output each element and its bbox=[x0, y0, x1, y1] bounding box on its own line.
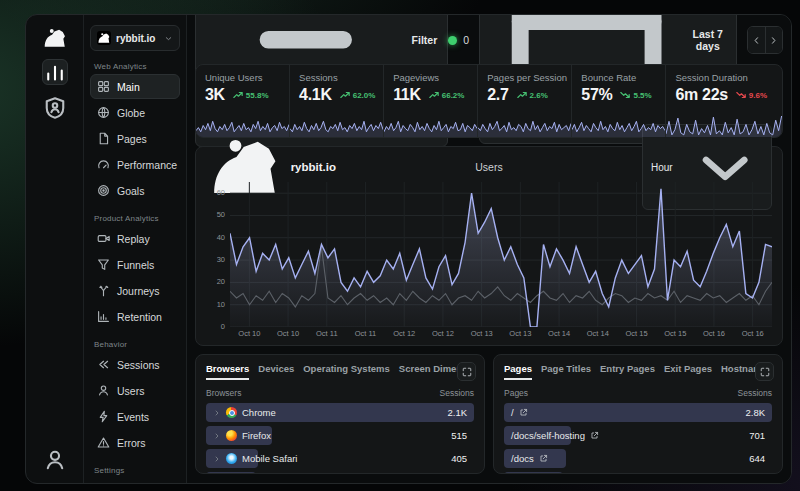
workspace-selector[interactable]: rybbit.io bbox=[90, 25, 180, 51]
table-row[interactable]: /docs644 bbox=[504, 449, 772, 468]
stat-card-pageviews[interactable]: Pageviews11K66.2% bbox=[383, 65, 477, 137]
rail-analytics-icon[interactable] bbox=[42, 59, 68, 85]
sidebar-item-pages[interactable]: Pages bbox=[90, 126, 180, 151]
sidebar-item-sessions[interactable]: Sessions bbox=[90, 352, 180, 377]
sidebar-item-errors[interactable]: Errors bbox=[90, 430, 180, 455]
row-value: 701 bbox=[749, 430, 765, 441]
table-row[interactable]: /2.8K bbox=[504, 403, 772, 422]
external-link-icon[interactable] bbox=[519, 408, 528, 417]
sidebar-item-journeys[interactable]: Journeys bbox=[90, 278, 180, 303]
chevron-right-icon bbox=[213, 409, 221, 417]
rybbit-logo-icon bbox=[42, 27, 68, 49]
x-tick-label: Oct 12 bbox=[424, 329, 463, 338]
row-label: /docs/self-hosting bbox=[511, 430, 585, 441]
stats-row: Unique Users3K55.8%Sessions4.1K62.0%Page… bbox=[195, 64, 783, 138]
table-row[interactable]: Chrome2.1K bbox=[206, 403, 474, 422]
expand-panel-button[interactable] bbox=[457, 362, 476, 381]
row-value: 2.1K bbox=[447, 407, 467, 418]
sidebar-item-users[interactable]: Users bbox=[90, 378, 180, 403]
bottom-panels: BrowsersDevicesOperating SystemsScreen D… bbox=[195, 354, 783, 474]
expand-panel-button[interactable] bbox=[755, 362, 774, 381]
chevron-right-icon bbox=[768, 35, 779, 46]
chevron-right-icon bbox=[213, 455, 221, 463]
online-dot-icon bbox=[448, 36, 457, 45]
table-row[interactable]: Mobile Chrome393 bbox=[206, 472, 474, 474]
sidebar-item-retention[interactable]: Retention bbox=[90, 304, 180, 329]
stat-card-bounce-rate[interactable]: Bounce Rate57%5.5% bbox=[571, 65, 665, 137]
sidebar-item-globe[interactable]: Globe bbox=[90, 100, 180, 125]
stat-label: Session Duration bbox=[675, 72, 773, 83]
tab-devices[interactable]: Devices bbox=[258, 363, 294, 378]
row-value: 2.8K bbox=[745, 407, 765, 418]
expand-icon bbox=[760, 367, 770, 377]
main-content: Filter 0 Last 7 days bbox=[186, 15, 791, 483]
rewind-icon bbox=[97, 358, 110, 371]
next-period-button[interactable] bbox=[765, 27, 782, 53]
table-row[interactable]: /pricing614 bbox=[504, 472, 772, 474]
sidebar-item-site-settings[interactable]: Site Settings bbox=[90, 478, 180, 483]
globe-icon bbox=[97, 106, 110, 119]
workspace-favicon-icon bbox=[97, 31, 111, 45]
sidebar-item-replay[interactable]: Replay bbox=[90, 226, 180, 251]
chart-plot bbox=[230, 182, 772, 327]
tab-entry-pages[interactable]: Entry Pages bbox=[600, 363, 655, 378]
period-pager bbox=[747, 26, 783, 54]
trend-up-icon bbox=[340, 90, 350, 100]
row-value: 515 bbox=[451, 430, 467, 441]
sidebar-item-label: Users bbox=[117, 385, 144, 397]
sidebar-item-performance[interactable]: Performance bbox=[90, 152, 180, 177]
stat-card-session-duration[interactable]: Session Duration6m 22s9.6% bbox=[665, 65, 782, 137]
main-chart-card: rybbit.io Users Hour 0102030405060 Oct 1… bbox=[195, 146, 783, 346]
sidebar-item-label: Sessions bbox=[117, 359, 160, 371]
sidebar-item-main[interactable]: Main bbox=[90, 74, 180, 99]
x-axis: Oct 10Oct 10Oct 11Oct 11Oct 12Oct 12Oct … bbox=[230, 327, 772, 340]
sidebar-item-goals[interactable]: Goals bbox=[90, 178, 180, 203]
safari-icon bbox=[226, 453, 237, 464]
x-tick-label: Oct 15 bbox=[656, 329, 695, 338]
tab-browsers[interactable]: Browsers bbox=[206, 363, 249, 380]
rail-user-icon[interactable] bbox=[42, 447, 68, 473]
tab-pages[interactable]: Pages bbox=[504, 363, 532, 380]
video-icon bbox=[97, 232, 110, 245]
chart-title: Users bbox=[336, 161, 642, 173]
filter-button-label: Filter bbox=[412, 34, 438, 46]
chrome-icon bbox=[226, 407, 237, 418]
app-window: rybbit.io Web AnalyticsMainGlobePagesPer… bbox=[25, 14, 792, 484]
expand-icon bbox=[462, 367, 472, 377]
workspace-name: rybbit.io bbox=[116, 33, 155, 44]
stat-card-unique-users[interactable]: Unique Users3K55.8% bbox=[196, 65, 289, 137]
prev-period-button[interactable] bbox=[748, 27, 765, 53]
stat-value: 6m 22s bbox=[675, 86, 727, 104]
tab-page-titles[interactable]: Page Titles bbox=[541, 363, 591, 378]
tab-exit-pages[interactable]: Exit Pages bbox=[664, 363, 712, 378]
x-tick-label: Oct 14 bbox=[578, 329, 617, 338]
chart-header: rybbit.io Users Hour bbox=[206, 154, 772, 180]
sidebar-item-label: Performance bbox=[117, 159, 177, 171]
y-tick-label: 60 bbox=[217, 188, 225, 197]
row-label: /docs bbox=[511, 453, 534, 464]
icon-rail bbox=[26, 15, 83, 483]
external-link-icon[interactable] bbox=[539, 454, 548, 463]
sidebar-item-events[interactable]: Events bbox=[90, 404, 180, 429]
sidebar-item-label: Pages bbox=[117, 133, 147, 145]
sidebar-item-label: Events bbox=[117, 411, 149, 423]
panel-tabs: BrowsersDevicesOperating SystemsScreen D… bbox=[206, 363, 474, 384]
table-row[interactable]: /docs/self-hosting701 bbox=[504, 426, 772, 445]
x-tick-label: Oct 10 bbox=[269, 329, 308, 338]
rail-shield-icon[interactable] bbox=[42, 95, 68, 121]
y-tick-label: 0 bbox=[221, 322, 225, 331]
table-row[interactable]: Firefox515 bbox=[206, 426, 474, 445]
panel-rows: Chrome2.1KFirefox515Mobile Safari405Mobi… bbox=[206, 403, 474, 474]
chevron-down-icon bbox=[164, 34, 173, 43]
stat-card-sessions[interactable]: Sessions4.1K62.0% bbox=[289, 65, 383, 137]
grid-icon bbox=[97, 80, 110, 93]
external-link-icon[interactable] bbox=[590, 431, 599, 440]
stat-change: 9.6% bbox=[736, 90, 767, 100]
sidebar-item-label: Journeys bbox=[117, 285, 160, 297]
x-tick-label: Oct 10 bbox=[230, 329, 269, 338]
tab-operating-systems[interactable]: Operating Systems bbox=[303, 363, 390, 378]
sidebar-item-funnels[interactable]: Funnels bbox=[90, 252, 180, 277]
stat-card-pages-per-session[interactable]: Pages per Session2.72.6% bbox=[477, 65, 571, 137]
y-tick-label: 50 bbox=[217, 210, 225, 219]
table-row[interactable]: Mobile Safari405 bbox=[206, 449, 474, 468]
